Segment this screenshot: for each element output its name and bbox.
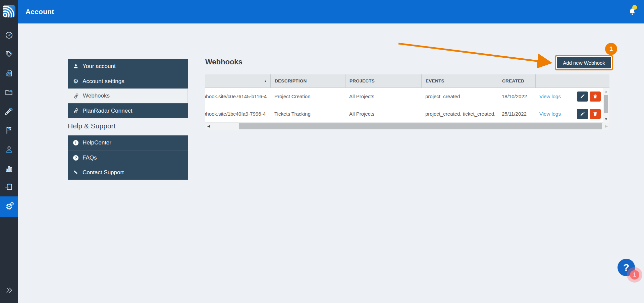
column-header-actions <box>573 74 603 87</box>
planradar-logo-icon[interactable] <box>2 4 16 18</box>
cell-created: 25/11/2022 <box>498 105 535 122</box>
nav-item-label: FAQs <box>83 155 97 161</box>
view-logs-link[interactable]: View logs <box>539 111 561 117</box>
trash-icon <box>593 94 598 99</box>
topbar: Account <box>18 0 644 23</box>
contacts-user-icon[interactable] <box>0 140 18 159</box>
nav-item-account-settings[interactable]: ⚙ Account settings <box>68 74 188 88</box>
annotation-arrow <box>396 39 557 68</box>
cell-description: Project Creation <box>270 88 345 105</box>
tag-icon[interactable] <box>0 44 18 63</box>
column-header-logs <box>535 74 573 87</box>
table-row: bhook.site/c0e76145-b116-4 Project Creat… <box>205 88 603 105</box>
pencil-icon <box>580 111 585 116</box>
nav-item-label: Contact Support <box>83 169 124 176</box>
column-header-url[interactable]: ▲ <box>205 74 270 87</box>
scroll-right-icon[interactable]: ▶ <box>605 124 608 128</box>
table-header-row: ▲ DESCRIPTION PROJECTS EVENTS CREATED <box>205 74 609 88</box>
cell-url: bhook.site/c0e76145-b116-4 <box>205 88 270 105</box>
cell-actions <box>573 88 603 105</box>
cell-actions <box>573 105 603 122</box>
gear-icon-small: ⚙ <box>10 201 14 206</box>
nav-item-label: Webhooks <box>83 93 110 99</box>
report-icon[interactable] <box>0 63 18 82</box>
scroll-down-icon[interactable]: ▼ <box>603 117 609 121</box>
side-rail: ⚙ ⚙ <box>0 0 18 303</box>
annotation-highlight-box: Add new Webhook <box>555 55 613 70</box>
view-logs-link[interactable]: View logs <box>539 94 561 99</box>
cell-url: bhook.site/1bc40fa9-7996-4 <box>205 105 270 122</box>
plans-icon[interactable] <box>0 102 18 121</box>
settings-nav: Your account ⚙ Account settings Webhooks… <box>68 59 188 118</box>
cell-created: 18/10/2022 <box>498 88 535 105</box>
clipboard-export-icon[interactable] <box>0 177 18 196</box>
trash-icon <box>593 111 598 116</box>
vertical-scrollbar-thumb[interactable] <box>604 95 608 113</box>
nav-item-label: Account settings <box>83 78 124 85</box>
edit-webhook-button[interactable] <box>577 109 588 119</box>
table-row: bhook.site/1bc40fa9-7996-4 Tickets Track… <box>205 105 603 123</box>
pencil-icon <box>580 94 585 99</box>
gear-icon: ⚙ <box>72 78 79 84</box>
content-title: Webhooks <box>205 58 243 66</box>
nav-item-label: Your account <box>83 63 116 70</box>
help-badge: 1 <box>630 270 639 280</box>
nav-item-your-account[interactable]: Your account <box>68 59 188 74</box>
horizontal-scrollbar[interactable]: ◀ ▶ <box>205 123 609 130</box>
cell-description: Tickets Tracking <box>270 105 345 122</box>
page-header-title: Account <box>25 0 54 23</box>
notification-dot <box>632 5 637 10</box>
help-nav: i HelpCenter ? FAQs Contact Support <box>68 135 188 180</box>
nav-item-planradar-connect[interactable]: PlanRadar Connect <box>68 103 188 118</box>
info-circle-icon: i <box>72 140 79 145</box>
user-icon <box>72 64 79 69</box>
column-header-created[interactable]: CREATED <box>498 74 535 87</box>
help-support-heading: Help & Support <box>68 122 115 130</box>
column-header-projects[interactable]: PROJECTS <box>345 74 421 87</box>
dashboard-icon[interactable] <box>0 25 18 44</box>
scroll-left-icon[interactable]: ◀ <box>207 124 210 128</box>
cell-events: project_created, ticket_created, <box>421 105 498 122</box>
scroll-up-icon[interactable]: ▲ <box>603 89 609 93</box>
sort-asc-icon: ▲ <box>264 79 267 83</box>
phone-icon <box>72 170 79 175</box>
annotation-step-badge: 1 <box>605 43 617 55</box>
nav-item-label: HelpCenter <box>83 139 111 146</box>
flag-icon[interactable] <box>0 121 18 140</box>
horizontal-scrollbar-thumb[interactable] <box>239 123 602 129</box>
nav-item-contact-support[interactable]: Contact Support <box>68 165 188 180</box>
webhooks-table: ▲ DESCRIPTION PROJECTS EVENTS CREATED bh… <box>205 74 609 130</box>
statistics-icon[interactable] <box>0 159 18 178</box>
add-new-webhook-button[interactable]: Add new Webhook <box>557 57 611 68</box>
folder-icon[interactable] <box>0 82 18 102</box>
edit-webhook-button[interactable] <box>577 92 588 102</box>
nav-item-label: PlanRadar Connect <box>83 108 132 114</box>
column-header-events[interactable]: EVENTS <box>421 74 498 87</box>
nav-item-webhooks[interactable]: Webhooks <box>68 88 188 103</box>
column-header-description[interactable]: DESCRIPTION <box>270 74 345 87</box>
delete-webhook-button[interactable] <box>590 109 601 119</box>
app: ⚙ ⚙ Account Your account ⚙ Account setti… <box>0 0 644 303</box>
settings-gear-icon[interactable]: ⚙ ⚙ <box>0 196 18 217</box>
vertical-scrollbar[interactable]: ▲ ▼ <box>603 88 609 123</box>
nav-item-helpcenter[interactable]: i HelpCenter <box>68 135 188 150</box>
link-icon <box>72 108 79 114</box>
expand-double-chevron-icon[interactable] <box>0 283 18 298</box>
cell-projects: All Projects <box>345 105 421 122</box>
question-circle-icon: ? <box>72 155 79 161</box>
nav-item-faqs[interactable]: ? FAQs <box>68 150 188 165</box>
header-filler <box>603 74 609 87</box>
cell-projects: All Projects <box>345 88 421 105</box>
delete-webhook-button[interactable] <box>590 92 601 102</box>
cell-events: project_created <box>421 88 498 105</box>
link-icon <box>73 93 79 99</box>
